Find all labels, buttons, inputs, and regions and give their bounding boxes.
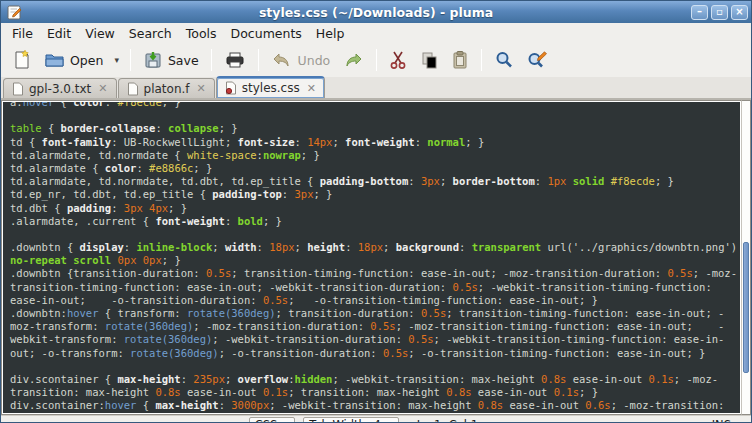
menu-edit[interactable]: Edit <box>40 24 78 43</box>
code-line: ease-in-out; -o-transition-duration: 0.5… <box>10 294 740 307</box>
modified-document-icon <box>225 81 237 95</box>
tab-close-icon[interactable]: ✕ <box>197 82 206 95</box>
code-line <box>10 360 740 373</box>
pluma-window: styles.css (~/Downloads) - pluma – ▫ × F… <box>0 0 752 423</box>
find-button[interactable] <box>489 47 519 73</box>
code-line: td.alarmdate, td.normdate { white-space:… <box>10 149 740 162</box>
language-select[interactable]: CSS <box>249 417 296 423</box>
code-line: td.dbt { padding: 3px 4px; } <box>10 202 740 215</box>
text-editor[interactable]: a:hover { color: #f8ecde; } table { bord… <box>3 102 740 413</box>
tab-gpl-3-0-txt[interactable]: gpl-3.0.txt ✕ <box>3 78 117 98</box>
tab-label: styles.css <box>242 81 300 95</box>
tab-label: platon.f <box>144 82 190 96</box>
code-line: div.scontainer { max-height: 235px; over… <box>10 373 740 386</box>
code-line: .downbtn {transition-duration: 0.5s; tra… <box>10 267 740 280</box>
open-button[interactable]: Open <box>39 48 108 72</box>
menu-help[interactable]: Help <box>309 24 352 43</box>
save-button[interactable]: Save <box>138 47 204 73</box>
window-title: styles.css (~/Downloads) - pluma <box>1 5 751 20</box>
code-line: no-repeat scroll 0px 0px; } <box>10 254 740 267</box>
menu-view[interactable]: View <box>78 24 122 43</box>
scrollbar-thumb[interactable] <box>743 242 749 373</box>
paste-button[interactable] <box>446 47 474 73</box>
document-icon <box>127 82 139 96</box>
code-line: moz-transform: rotate(360deg); -moz-tran… <box>10 320 740 333</box>
menubar: File Edit View Search Tools Documents He… <box>1 23 751 43</box>
new-document-button[interactable] <box>7 46 37 74</box>
tabbar: gpl-3.0.txt ✕ platon.f ✕ styles.css ✕ <box>1 77 751 99</box>
menu-tools[interactable]: Tools <box>179 24 224 43</box>
language-select-value: CSS <box>255 418 278 423</box>
titlebar[interactable]: styles.css (~/Downloads) - pluma – ▫ × <box>1 1 751 23</box>
tab-width-value: Tab Width: 4 <box>309 418 380 423</box>
code-line: .alarmdate, .current { font-weight: bold… <box>10 215 740 228</box>
code-line: transition: max-height 0.8s ease-in-out … <box>10 386 740 399</box>
minimize-button[interactable]: – <box>691 5 708 20</box>
code-content: a:hover { color: #f8ecde; } table { bord… <box>10 102 740 413</box>
code-line: transition-timing-function: ease-in-out;… <box>10 281 740 294</box>
statusbar: CSS Tab Width: 4 Ln 1, Col 1 INS <box>1 415 751 423</box>
toolbar: Open ▾ Save Undo <box>1 43 751 77</box>
copy-button[interactable] <box>414 47 444 73</box>
save-icon <box>143 50 163 70</box>
copy-icon <box>419 50 439 70</box>
print-button[interactable] <box>219 47 251 73</box>
tab-close-icon[interactable]: ✕ <box>307 82 316 95</box>
menu-file[interactable]: File <box>5 24 40 43</box>
menu-documents[interactable]: Documents <box>224 24 309 43</box>
search-icon <box>494 50 514 70</box>
undo-icon <box>271 51 293 69</box>
code-line <box>10 109 740 122</box>
tab-width-select[interactable]: Tab Width: 4 <box>303 417 398 423</box>
code-line: out; -o-transform: rotate(360deg); -o-tr… <box>10 347 740 360</box>
redo-icon <box>342 51 364 69</box>
undo-button-label: Undo <box>298 53 331 68</box>
open-dropdown-arrow[interactable]: ▾ <box>110 55 123 65</box>
tab-close-icon[interactable]: ✕ <box>98 82 107 95</box>
vertical-scrollbar[interactable] <box>741 100 751 415</box>
code-line: div.scontainer:hover { max-height: 3000p… <box>10 399 740 412</box>
undo-button[interactable]: Undo <box>266 48 336 72</box>
code-line: a:hover { color: #f8ecde; } <box>10 102 740 109</box>
code-line: .downbtn:hover { transform: rotate(360de… <box>10 307 740 320</box>
code-line: .downbtn { display: inline-block; width:… <box>10 241 740 254</box>
code-line: webkit-transform: rotate(360deg); -webki… <box>10 333 740 346</box>
code-line: table { border-collapse: collapse; } <box>10 122 740 135</box>
open-folder-icon <box>44 51 65 69</box>
cut-button[interactable] <box>384 47 412 73</box>
editor-frame: a:hover { color: #f8ecde; } table { bord… <box>1 100 741 415</box>
close-button[interactable]: × <box>731 5 748 20</box>
toolbar-separator <box>376 49 377 71</box>
code-line <box>10 228 740 241</box>
document-icon <box>12 82 24 96</box>
tab-label: gpl-3.0.txt <box>29 82 91 96</box>
code-line: td.alarmdate, td.normdate, td.dbt, td.ep… <box>10 175 740 188</box>
toolbar-separator <box>130 49 131 71</box>
replace-button[interactable] <box>521 47 553 73</box>
print-icon <box>224 50 246 70</box>
toolbar-separator <box>258 49 259 71</box>
menu-search[interactable]: Search <box>122 24 179 43</box>
editor-area: a:hover { color: #f8ecde; } table { bord… <box>1 99 751 415</box>
toolbar-separator <box>211 49 212 71</box>
paste-clipboard-icon <box>451 50 469 70</box>
tab-platon-f[interactable]: platon.f ✕ <box>118 78 215 98</box>
tab-styles-css[interactable]: styles.css ✕ <box>216 76 325 98</box>
code-line: td.alarmdate { color: #e8866c; } <box>10 162 740 175</box>
cursor-position: Ln 1, Col 1 <box>417 418 478 423</box>
search-replace-icon <box>526 50 548 70</box>
code-line: td.ep_nr, td.dbt, td.ep_title { padding-… <box>10 188 740 201</box>
insert-mode-indicator: INS <box>712 418 745 423</box>
redo-button[interactable] <box>337 48 369 72</box>
new-document-icon <box>12 49 32 71</box>
maximize-button[interactable]: ▫ <box>711 5 728 20</box>
save-button-label: Save <box>168 53 199 68</box>
cut-scissors-icon <box>389 50 407 70</box>
open-button-label: Open <box>70 53 103 68</box>
code-line: td { font-family: UB-RockwellLight; font… <box>10 136 740 149</box>
pluma-app-icon <box>6 4 23 21</box>
toolbar-separator <box>481 49 482 71</box>
